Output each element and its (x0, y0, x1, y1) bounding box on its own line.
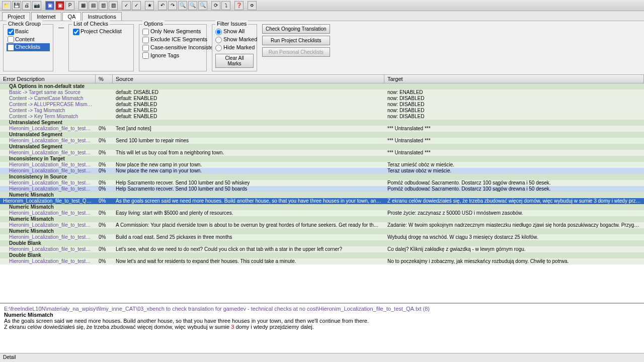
col-error-desc[interactable]: Error Description (0, 75, 96, 83)
opt-exclude-ice[interactable]: Exclude ICE Segments (142, 36, 203, 44)
check-content[interactable]: Content (7, 36, 50, 44)
cell-target: Proste życie: zaczynasz z 50000 USD i mn… (384, 210, 644, 216)
tb-open-icon[interactable]: 📁 (2, 1, 11, 10)
filter-hide-marked[interactable]: Hide Marked (215, 44, 254, 52)
opt-only-new[interactable]: Only New Segments (142, 28, 203, 36)
table-row[interactable]: Hieronim_Localization_file_to_test_QA...… (0, 126, 644, 132)
cell-target: *** Untranslated *** (384, 138, 644, 143)
table-row[interactable]: Hieronim_Localization_file_to_test_QA...… (0, 168, 644, 174)
tb-findprev-icon[interactable]: 🔍 (198, 1, 207, 10)
table-row[interactable]: Hieronim_Localization_file_to_test_QA...… (0, 162, 644, 168)
table-header: Error Description % Source Target (0, 75, 644, 83)
run-personal-button[interactable]: Run Personal Checklists (262, 47, 330, 57)
tb-help-icon[interactable]: ❓ (234, 1, 244, 10)
table-row[interactable]: Content -> Key Term Mismatchdefault: ENA… (0, 114, 644, 120)
table-row[interactable]: Hieronim_Localization_file_to_test_QA...… (0, 258, 644, 264)
table-row[interactable]: Hieronim_Localization_file_to_test_QA...… (0, 198, 644, 204)
check-project-checklist[interactable]: Project Checklist (72, 28, 130, 36)
table-row[interactable]: Inconsistency in Source (0, 174, 644, 180)
opt-case-sensitive[interactable]: Case-sensitive Inconsistencies (142, 44, 203, 52)
col-target[interactable]: Target (384, 75, 644, 83)
tb-grid3-icon[interactable]: ▥ (99, 1, 108, 10)
cell-desc: Double Blank (0, 240, 96, 246)
check-checklists[interactable]: Checklists (7, 43, 50, 51)
tb-export-icon[interactable]: ⤵ (221, 1, 230, 10)
table-row[interactable]: Numeric Mismatch (0, 204, 644, 210)
tab-instructions[interactable]: Instructions (82, 12, 121, 21)
table-row[interactable]: Basic -> Target same as Sourcedefault: D… (0, 89, 644, 96)
tb-findnext-icon[interactable]: 🔍 (188, 1, 197, 10)
cell-desc: Numeric Mismatch (0, 204, 96, 210)
table-row[interactable]: Numeric Mismatch (0, 192, 644, 198)
tab-internet[interactable]: Internet (31, 12, 61, 21)
tb-power-icon[interactable]: ⭘ (248, 1, 257, 10)
tb-save-icon[interactable]: 💾 (12, 1, 21, 10)
table-row[interactable]: Untranslated Segment (0, 144, 644, 150)
cell-pct: 0% (96, 246, 113, 252)
col-percent[interactable]: % (96, 75, 113, 83)
table-row[interactable]: Content -> Tag Mismatchdefault: ENABLEDn… (0, 108, 644, 114)
tb-refresh-icon[interactable]: ⟳ (211, 1, 220, 10)
tb-capture-icon[interactable]: 📷 (32, 1, 41, 10)
table-row[interactable]: Hieronim_Localization_file_to_test_QA...… (0, 210, 644, 216)
table-row[interactable]: QA Options in non-default state (0, 83, 644, 89)
table-row[interactable]: Untranslated Segment (0, 120, 644, 126)
cell-target: now: DISABLED (384, 102, 644, 107)
cell-target: *** Untranslated *** (384, 150, 644, 155)
opt-ignore-tags[interactable]: Ignore Tags (142, 52, 203, 60)
tb-undo-icon[interactable]: ↶ (158, 1, 167, 10)
tb-grid1-icon[interactable]: ▦ (78, 1, 88, 10)
table-row[interactable]: Content -> CamelCase Mismatchdefault: EN… (0, 96, 644, 102)
table-row[interactable]: Double Blank (0, 240, 644, 246)
run-project-button[interactable]: Run Project Checklists (262, 36, 330, 45)
check-checklists-box[interactable] (8, 44, 14, 51)
project-checklist-box[interactable] (73, 29, 79, 35)
col-source[interactable]: Source (113, 75, 384, 83)
table-row[interactable]: Numeric Mismatch (0, 228, 644, 234)
tb-p-icon[interactable]: P (65, 1, 74, 10)
table-row[interactable]: Double Blank (0, 252, 644, 258)
filter-show-all[interactable]: Show All (215, 28, 254, 36)
check-basic[interactable]: Basic (7, 28, 50, 36)
tb-check2-icon[interactable]: ✓ (132, 1, 141, 10)
tb-red-icon[interactable]: ▣ (55, 1, 64, 10)
filter-show-marked[interactable]: Show Marked (215, 36, 254, 44)
table-row[interactable]: Hieronim_Localization_file_to_test_QA...… (0, 138, 644, 144)
check-content-box[interactable] (8, 36, 14, 43)
tb-blue-icon[interactable]: ▣ (45, 1, 54, 10)
cell-pct: 0% (96, 162, 113, 167)
table-row[interactable]: Hieronim_Localization_file_to_test_QA...… (0, 186, 644, 192)
table-row[interactable]: Hieronim_Localization_file_to_test_QA...… (0, 246, 644, 252)
cell-desc: Hieronim_Localization_file_to_test_QA... (0, 186, 96, 192)
tb-redo-icon[interactable]: ↷ (168, 1, 177, 10)
table-row[interactable]: Hieronim_Localization_file_to_test_QA...… (0, 234, 644, 240)
check-basic-box[interactable] (8, 29, 14, 35)
tb-star-icon[interactable]: ★ (145, 1, 154, 10)
table-body[interactable]: QA Options in non-default stateBasic -> … (0, 83, 644, 303)
cell-pct: 0% (96, 198, 113, 204)
cell-desc: Basic -> Target same as Source (0, 89, 96, 95)
table-row[interactable]: Untranslated Segment (0, 132, 644, 138)
tb-grid4-icon[interactable]: ▧ (109, 1, 118, 10)
table-row[interactable]: Hieronim_Localization_file_to_test_QA...… (0, 180, 644, 186)
table-row[interactable]: Hieronim_Localization_file_to_test_QA...… (0, 150, 644, 156)
check-ongoing-button[interactable]: Check Ongoing Translation (262, 24, 330, 34)
cell-target: now: ENABLED (384, 89, 644, 95)
options-fieldset: Options Only New Segments Exclude ICE Se… (139, 24, 207, 71)
tab-qa[interactable]: QA (62, 12, 82, 21)
tb-find-icon[interactable]: 🔍 (178, 1, 187, 10)
table-row[interactable]: Inconsistency in Target (0, 156, 644, 162)
clear-marks-button[interactable]: Clear All Marks (215, 54, 254, 68)
cell-pct: 0% (96, 138, 113, 143)
cell-pct: 0% (96, 180, 113, 186)
detail-issue: Numeric Mismatch (4, 312, 640, 318)
tb-print-icon[interactable]: 🖨 (22, 1, 31, 10)
table-row[interactable]: Content -> ALLUPPERCASE Mismatchdefault:… (0, 102, 644, 108)
table-row[interactable]: Numeric Mismatch (0, 216, 644, 222)
tb-check1-icon[interactable]: ✓ (122, 1, 131, 10)
tb-grid2-icon[interactable]: ▤ (89, 1, 98, 10)
cell-source: default: DISABLED (113, 89, 384, 95)
tab-project[interactable]: Project (2, 12, 30, 21)
cell-pct: 0% (96, 210, 113, 216)
table-row[interactable]: Hieronim_Localization_file_to_test_QA...… (0, 222, 644, 228)
